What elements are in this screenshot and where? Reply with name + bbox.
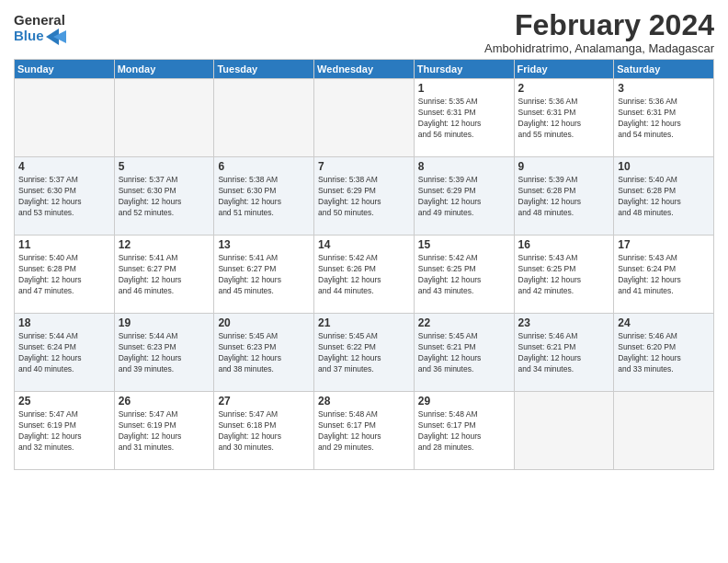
day-info: Sunrise: 5:46 AMSunset: 6:20 PMDaylight:… (618, 331, 710, 375)
day-number: 7 (318, 160, 410, 173)
col-thursday: Thursday (414, 60, 514, 79)
calendar-header-row: Sunday Monday Tuesday Wednesday Thursday… (15, 60, 714, 79)
day-cell (114, 79, 214, 157)
day-cell (614, 392, 714, 470)
day-cell: 9Sunrise: 5:39 AMSunset: 6:28 PMDaylight… (514, 157, 614, 236)
day-cell (314, 79, 415, 157)
logo-arrow-icon (46, 29, 66, 45)
day-cell: 1Sunrise: 5:35 AMSunset: 6:31 PMDaylight… (414, 79, 514, 157)
week-row-4: 18Sunrise: 5:44 AMSunset: 6:24 PMDayligh… (15, 314, 714, 392)
day-info: Sunrise: 5:45 AMSunset: 6:23 PMDaylight:… (218, 331, 310, 375)
day-info: Sunrise: 5:48 AMSunset: 6:17 PMDaylight:… (318, 409, 410, 454)
day-number: 14 (318, 238, 410, 251)
day-info: Sunrise: 5:36 AMSunset: 6:31 PMDaylight:… (618, 97, 710, 141)
day-number: 4 (18, 160, 110, 173)
day-cell: 10Sunrise: 5:40 AMSunset: 6:28 PMDayligh… (614, 157, 714, 236)
day-info: Sunrise: 5:38 AMSunset: 6:29 PMDaylight:… (318, 175, 410, 219)
day-info: Sunrise: 5:42 AMSunset: 6:26 PMDaylight:… (318, 253, 410, 297)
day-number: 10 (618, 160, 710, 173)
day-cell: 16Sunrise: 5:43 AMSunset: 6:25 PMDayligh… (514, 236, 614, 314)
day-info: Sunrise: 5:42 AMSunset: 6:25 PMDaylight:… (418, 253, 510, 297)
day-number: 24 (618, 316, 710, 329)
day-cell: 20Sunrise: 5:45 AMSunset: 6:23 PMDayligh… (214, 314, 314, 392)
day-info: Sunrise: 5:47 AMSunset: 6:18 PMDaylight:… (218, 409, 310, 454)
day-number: 12 (119, 238, 210, 251)
day-info: Sunrise: 5:44 AMSunset: 6:24 PMDaylight:… (18, 331, 110, 375)
day-info: Sunrise: 5:40 AMSunset: 6:28 PMDaylight:… (18, 253, 110, 297)
day-cell: 22Sunrise: 5:45 AMSunset: 6:21 PMDayligh… (414, 314, 514, 392)
day-cell: 28Sunrise: 5:48 AMSunset: 6:17 PMDayligh… (314, 392, 415, 470)
day-number: 21 (318, 316, 410, 329)
day-number: 2 (518, 82, 610, 95)
day-number: 1 (418, 82, 510, 95)
day-number: 27 (218, 395, 310, 408)
header: General Blue February 2024 Ambohidratrim… (14, 9, 714, 55)
day-number: 16 (518, 238, 610, 251)
day-number: 8 (418, 160, 510, 173)
day-number: 13 (218, 238, 310, 251)
week-row-3: 11Sunrise: 5:40 AMSunset: 6:28 PMDayligh… (15, 236, 714, 314)
day-cell: 5Sunrise: 5:37 AMSunset: 6:30 PMDaylight… (114, 157, 214, 236)
day-cell: 18Sunrise: 5:44 AMSunset: 6:24 PMDayligh… (15, 314, 115, 392)
day-cell: 4Sunrise: 5:37 AMSunset: 6:30 PMDaylight… (15, 157, 115, 236)
month-year-title: February 2024 (484, 9, 714, 41)
day-number: 5 (119, 160, 210, 173)
day-info: Sunrise: 5:47 AMSunset: 6:19 PMDaylight:… (18, 409, 110, 454)
col-sunday: Sunday (15, 60, 115, 79)
title-area: February 2024 Ambohidratrimo, Analamanga… (484, 9, 714, 55)
day-cell: 2Sunrise: 5:36 AMSunset: 6:31 PMDaylight… (514, 79, 614, 157)
day-info: Sunrise: 5:47 AMSunset: 6:19 PMDaylight:… (119, 409, 210, 454)
day-cell: 14Sunrise: 5:42 AMSunset: 6:26 PMDayligh… (314, 236, 415, 314)
day-number: 22 (418, 316, 510, 329)
day-cell: 24Sunrise: 5:46 AMSunset: 6:20 PMDayligh… (614, 314, 714, 392)
day-cell (514, 392, 614, 470)
week-row-5: 25Sunrise: 5:47 AMSunset: 6:19 PMDayligh… (15, 392, 714, 470)
day-cell: 6Sunrise: 5:38 AMSunset: 6:30 PMDaylight… (214, 157, 314, 236)
week-row-1: 1Sunrise: 5:35 AMSunset: 6:31 PMDaylight… (15, 79, 714, 157)
day-info: Sunrise: 5:41 AMSunset: 6:27 PMDaylight:… (218, 253, 310, 297)
day-info: Sunrise: 5:38 AMSunset: 6:30 PMDaylight:… (218, 175, 310, 219)
day-cell: 15Sunrise: 5:42 AMSunset: 6:25 PMDayligh… (414, 236, 514, 314)
day-info: Sunrise: 5:36 AMSunset: 6:31 PMDaylight:… (518, 97, 610, 141)
day-number: 23 (518, 316, 610, 329)
day-cell: 21Sunrise: 5:45 AMSunset: 6:22 PMDayligh… (314, 314, 415, 392)
day-cell: 29Sunrise: 5:48 AMSunset: 6:17 PMDayligh… (414, 392, 514, 470)
day-cell: 12Sunrise: 5:41 AMSunset: 6:27 PMDayligh… (114, 236, 214, 314)
day-info: Sunrise: 5:44 AMSunset: 6:23 PMDaylight:… (119, 331, 210, 375)
day-info: Sunrise: 5:37 AMSunset: 6:30 PMDaylight:… (119, 175, 210, 219)
col-wednesday: Wednesday (314, 60, 415, 79)
day-info: Sunrise: 5:40 AMSunset: 6:28 PMDaylight:… (618, 175, 710, 219)
day-info: Sunrise: 5:45 AMSunset: 6:21 PMDaylight:… (418, 331, 510, 375)
day-info: Sunrise: 5:43 AMSunset: 6:25 PMDaylight:… (518, 253, 610, 297)
day-number: 17 (618, 238, 710, 251)
day-cell: 23Sunrise: 5:46 AMSunset: 6:21 PMDayligh… (514, 314, 614, 392)
day-number: 15 (418, 238, 510, 251)
day-cell: 25Sunrise: 5:47 AMSunset: 6:19 PMDayligh… (15, 392, 115, 470)
day-number: 25 (18, 395, 110, 408)
day-number: 9 (518, 160, 610, 173)
day-info: Sunrise: 5:35 AMSunset: 6:31 PMDaylight:… (418, 97, 510, 141)
logo-container: General Blue (14, 13, 66, 45)
page: General Blue February 2024 Ambohidratrim… (0, 0, 728, 563)
day-cell: 8Sunrise: 5:39 AMSunset: 6:29 PMDaylight… (414, 157, 514, 236)
day-number: 6 (218, 160, 310, 173)
day-cell: 26Sunrise: 5:47 AMSunset: 6:19 PMDayligh… (114, 392, 214, 470)
day-info: Sunrise: 5:43 AMSunset: 6:24 PMDaylight:… (618, 253, 710, 297)
day-number: 28 (318, 395, 410, 408)
day-cell: 13Sunrise: 5:41 AMSunset: 6:27 PMDayligh… (214, 236, 314, 314)
col-tuesday: Tuesday (214, 60, 314, 79)
day-number: 19 (119, 316, 210, 329)
day-info: Sunrise: 5:46 AMSunset: 6:21 PMDaylight:… (518, 331, 610, 375)
calendar-table: Sunday Monday Tuesday Wednesday Thursday… (14, 59, 714, 470)
day-info: Sunrise: 5:39 AMSunset: 6:28 PMDaylight:… (518, 175, 610, 219)
day-number: 20 (218, 316, 310, 329)
day-info: Sunrise: 5:39 AMSunset: 6:29 PMDaylight:… (418, 175, 510, 219)
day-cell: 11Sunrise: 5:40 AMSunset: 6:28 PMDayligh… (15, 236, 115, 314)
day-cell: 19Sunrise: 5:44 AMSunset: 6:23 PMDayligh… (114, 314, 214, 392)
day-number: 3 (618, 82, 710, 95)
logo-general: General (14, 13, 66, 29)
col-monday: Monday (114, 60, 214, 79)
day-number: 11 (18, 238, 110, 251)
day-info: Sunrise: 5:45 AMSunset: 6:22 PMDaylight:… (318, 331, 410, 375)
day-number: 26 (119, 395, 210, 408)
